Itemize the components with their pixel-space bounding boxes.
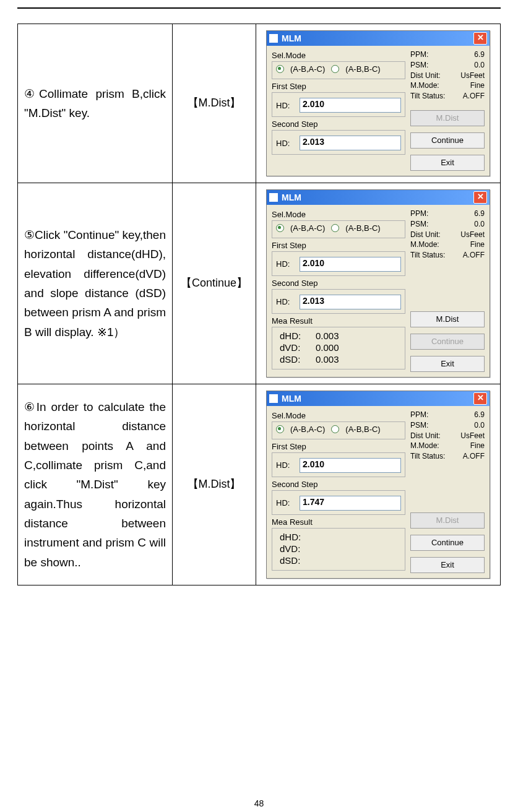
- dist-unit-value: UsFeet: [460, 431, 485, 441]
- first-hd-input[interactable]: 2.010: [300, 458, 401, 473]
- radio-ab-bc-label: (A-B,B-C): [345, 64, 380, 74]
- screenshot-cell: MLM ✕ Sel.Mode (A-B,A-C) (A-B,B-C) First…: [256, 384, 501, 585]
- mmode-label: M.Mode:: [410, 441, 439, 451]
- radio-ab-ac[interactable]: [276, 65, 284, 73]
- info-panel: PPM:6.9 PSM:0.0 Dist Unit:UsFeet M.Mode:…: [410, 50, 485, 102]
- dsd-value: 0.003: [316, 354, 339, 365]
- second-hd-label: HD:: [276, 139, 295, 148]
- dist-unit-value: UsFeet: [460, 230, 485, 240]
- tilt-label: Tilt Status:: [410, 250, 445, 261]
- first-hd-label: HD:: [276, 259, 295, 269]
- first-step-title: First Step: [272, 241, 405, 250]
- ppm-label: PPM:: [410, 50, 428, 60]
- continue-button[interactable]: Continue: [410, 535, 485, 551]
- ppm-label: PPM:: [410, 410, 428, 420]
- first-hd-label: HD:: [276, 460, 295, 470]
- app-icon: [269, 394, 278, 403]
- psm-value: 0.0: [474, 420, 485, 431]
- second-step-title: Second Step: [272, 119, 405, 129]
- tilt-value: A.OFF: [463, 91, 485, 102]
- close-icon[interactable]: ✕: [473, 32, 487, 45]
- dvd-value: 0.000: [316, 342, 339, 353]
- steps-table: ④Collimate prism B,click "M.Dist" key.【M…: [17, 24, 501, 585]
- dist-unit-label: Dist Unit:: [410, 431, 441, 441]
- key-cell: 【M.Dist】: [173, 24, 256, 183]
- radio-ab-bc[interactable]: [331, 425, 339, 433]
- table-row: ⑤Click "Continue" key,then horizontal di…: [18, 183, 501, 384]
- radio-ab-bc[interactable]: [331, 65, 339, 73]
- dhd-value: 0.003: [316, 330, 339, 341]
- exit-button[interactable]: Exit: [410, 155, 485, 171]
- radio-ab-ac-label: (A-B,A-C): [290, 223, 325, 233]
- mmode-value: Fine: [470, 240, 485, 250]
- dist-unit-value: UsFeet: [460, 71, 485, 81]
- second-hd-input[interactable]: 2.013: [300, 295, 401, 309]
- titlebar: MLM ✕: [267, 190, 490, 205]
- sel-mode-title: Sel.Mode: [272, 51, 405, 60]
- instruction-cell: ⑤Click "Continue" key,then horizontal di…: [18, 183, 173, 384]
- screenshot-cell: MLM ✕ Sel.Mode (A-B,A-C) (A-B,B-C) First…: [256, 24, 501, 183]
- dsd-label: dSD:: [280, 555, 309, 566]
- first-hd-input[interactable]: 2.010: [300, 257, 401, 272]
- dsd-label: dSD:: [280, 354, 309, 365]
- mlm-window: MLM ✕ Sel.Mode (A-B,A-C) (A-B,B-C) First…: [266, 30, 490, 176]
- mdist-button[interactable]: M.Dist: [410, 311, 485, 327]
- first-hd-label: HD:: [276, 101, 295, 110]
- tilt-value: A.OFF: [463, 250, 485, 261]
- radio-ab-ac-label: (A-B,A-C): [290, 425, 325, 434]
- mea-result-title: Mea Result: [272, 517, 405, 527]
- second-hd-input[interactable]: 1.747: [300, 496, 401, 511]
- app-icon: [269, 193, 278, 202]
- screenshot-cell: MLM ✕ Sel.Mode (A-B,A-C) (A-B,B-C) First…: [256, 183, 501, 384]
- continue-button: Continue: [410, 334, 485, 350]
- radio-ab-ac[interactable]: [276, 224, 284, 232]
- mmode-label: M.Mode:: [410, 80, 439, 91]
- table-row: ⑥In order to calculate the horizontal di…: [18, 384, 501, 585]
- window-title: MLM: [282, 33, 301, 43]
- info-panel: PPM:6.9 PSM:0.0 Dist Unit:UsFeet M.Mode:…: [410, 410, 485, 462]
- radio-ab-bc-label: (A-B,B-C): [345, 425, 380, 434]
- dist-unit-label: Dist Unit:: [410, 71, 441, 81]
- ppm-label: PPM:: [410, 209, 428, 219]
- sel-mode-title: Sel.Mode: [272, 411, 405, 420]
- exit-button[interactable]: Exit: [410, 356, 485, 372]
- mea-result-title: Mea Result: [272, 316, 405, 326]
- psm-value: 0.0: [474, 219, 485, 230]
- first-step-title: First Step: [272, 442, 405, 451]
- mdist-button: M.Dist: [410, 512, 485, 529]
- mmode-value: Fine: [470, 441, 485, 451]
- table-row: ④Collimate prism B,click "M.Dist" key.【M…: [18, 24, 501, 183]
- tilt-label: Tilt Status:: [410, 451, 445, 462]
- instruction-cell: ④Collimate prism B,click "M.Dist" key.: [18, 24, 173, 183]
- radio-ab-bc-label: (A-B,B-C): [345, 223, 380, 233]
- second-hd-input[interactable]: 2.013: [300, 136, 401, 150]
- exit-button[interactable]: Exit: [410, 557, 485, 573]
- psm-value: 0.0: [474, 60, 485, 71]
- dist-unit-label: Dist Unit:: [410, 230, 441, 240]
- close-icon[interactable]: ✕: [473, 191, 487, 204]
- key-cell: 【M.Dist】: [173, 384, 256, 585]
- radio-ab-ac[interactable]: [276, 425, 284, 433]
- titlebar: MLM ✕: [267, 31, 490, 46]
- tilt-label: Tilt Status:: [410, 91, 445, 102]
- psm-label: PSM:: [410, 420, 428, 431]
- sel-mode-title: Sel.Mode: [272, 210, 405, 219]
- info-panel: PPM:6.9 PSM:0.0 Dist Unit:UsFeet M.Mode:…: [410, 209, 485, 261]
- mmode-value: Fine: [470, 80, 485, 91]
- radio-ab-bc[interactable]: [331, 224, 339, 232]
- top-rule: [17, 7, 501, 9]
- first-hd-input[interactable]: 2.010: [300, 98, 401, 113]
- dvd-label: dVD:: [280, 543, 309, 554]
- ppm-value: 6.9: [474, 209, 485, 219]
- titlebar: MLM ✕: [267, 391, 490, 406]
- psm-label: PSM:: [410, 219, 428, 230]
- second-hd-label: HD:: [276, 297, 295, 306]
- second-hd-label: HD:: [276, 498, 295, 508]
- mlm-window: MLM ✕ Sel.Mode (A-B,A-C) (A-B,B-C) First…: [266, 189, 490, 378]
- window-title: MLM: [282, 192, 301, 202]
- mlm-window: MLM ✕ Sel.Mode (A-B,A-C) (A-B,B-C) First…: [266, 391, 490, 579]
- instruction-cell: ⑥In order to calculate the horizontal di…: [18, 384, 173, 585]
- continue-button[interactable]: Continue: [410, 132, 485, 149]
- window-title: MLM: [282, 394, 301, 404]
- close-icon[interactable]: ✕: [473, 392, 487, 405]
